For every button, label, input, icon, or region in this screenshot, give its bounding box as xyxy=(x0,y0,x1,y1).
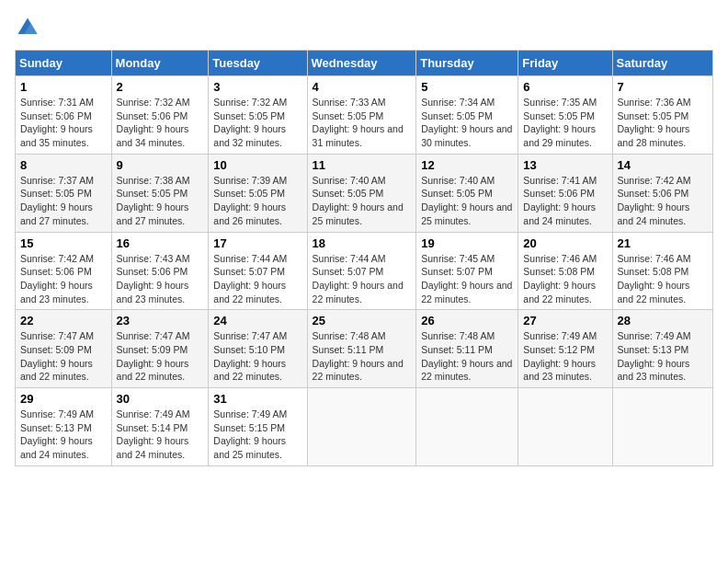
calendar-day-cell: 25 Sunrise: 7:48 AM Sunset: 5:11 PM Dayl… xyxy=(307,310,416,388)
calendar-day-cell: 30 Sunrise: 7:49 AM Sunset: 5:14 PM Dayl… xyxy=(111,388,209,466)
calendar-day-cell: 23 Sunrise: 7:47 AM Sunset: 5:09 PM Dayl… xyxy=(111,310,209,388)
day-info: Sunrise: 7:47 AM Sunset: 5:10 PM Dayligh… xyxy=(213,329,301,384)
day-info: Sunrise: 7:37 AM Sunset: 5:05 PM Dayligh… xyxy=(20,174,107,228)
day-info: Sunrise: 7:47 AM Sunset: 5:09 PM Dayligh… xyxy=(117,329,204,384)
day-number: 17 xyxy=(213,236,301,250)
calendar-day-cell: 3 Sunrise: 7:32 AM Sunset: 5:05 PM Dayli… xyxy=(209,76,307,155)
calendar-day-cell: 1 Sunrise: 7:31 AM Sunset: 5:06 PM Dayli… xyxy=(16,76,112,155)
day-info: Sunrise: 7:31 AM Sunset: 5:06 PM Dayligh… xyxy=(20,96,107,150)
day-number: 21 xyxy=(618,236,708,250)
day-info: Sunrise: 7:44 AM Sunset: 5:07 PM Dayligh… xyxy=(213,252,301,306)
day-info: Sunrise: 7:49 AM Sunset: 5:15 PM Dayligh… xyxy=(213,408,301,462)
day-number: 22 xyxy=(20,314,107,327)
calendar-day-cell: 16 Sunrise: 7:43 AM Sunset: 5:06 PM Dayl… xyxy=(111,232,209,310)
calendar-day-cell: 13 Sunrise: 7:41 AM Sunset: 5:06 PM Dayl… xyxy=(518,154,612,232)
weekday-header: Saturday xyxy=(612,51,712,76)
calendar-day-cell: 8 Sunrise: 7:37 AM Sunset: 5:05 PM Dayli… xyxy=(16,154,112,232)
calendar-table: SundayMondayTuesdayWednesdayThursdayFrid… xyxy=(15,50,713,466)
calendar-day-cell: 2 Sunrise: 7:32 AM Sunset: 5:06 PM Dayli… xyxy=(111,76,209,155)
day-info: Sunrise: 7:49 AM Sunset: 5:13 PM Dayligh… xyxy=(20,408,107,462)
day-number: 20 xyxy=(523,236,607,250)
day-number: 25 xyxy=(313,314,412,327)
logo xyxy=(15,15,44,40)
day-number: 24 xyxy=(213,314,301,327)
day-number: 1 xyxy=(20,80,107,94)
weekday-header: Sunday xyxy=(16,51,112,76)
day-info: Sunrise: 7:32 AM Sunset: 5:05 PM Dayligh… xyxy=(213,96,301,150)
day-number: 28 xyxy=(618,314,708,327)
day-number: 16 xyxy=(117,236,204,250)
calendar-body: 1 Sunrise: 7:31 AM Sunset: 5:06 PM Dayli… xyxy=(16,76,713,466)
calendar-day-cell: 15 Sunrise: 7:42 AM Sunset: 5:06 PM Dayl… xyxy=(16,232,112,310)
day-number: 23 xyxy=(117,314,204,327)
weekday-header: Monday xyxy=(111,51,209,76)
day-info: Sunrise: 7:42 AM Sunset: 5:06 PM Dayligh… xyxy=(20,252,107,306)
calendar-week-row: 22 Sunrise: 7:47 AM Sunset: 5:09 PM Dayl… xyxy=(16,310,713,388)
day-number: 18 xyxy=(313,236,412,250)
weekday-header: Friday xyxy=(518,51,612,76)
header xyxy=(15,15,713,40)
day-number: 11 xyxy=(313,158,412,172)
calendar-day-cell: 14 Sunrise: 7:42 AM Sunset: 5:06 PM Dayl… xyxy=(612,154,712,232)
day-info: Sunrise: 7:46 AM Sunset: 5:08 PM Dayligh… xyxy=(618,252,708,306)
day-info: Sunrise: 7:49 AM Sunset: 5:12 PM Dayligh… xyxy=(523,329,607,384)
day-number: 2 xyxy=(117,80,204,94)
day-info: Sunrise: 7:38 AM Sunset: 5:05 PM Dayligh… xyxy=(117,174,204,228)
day-info: Sunrise: 7:39 AM Sunset: 5:05 PM Dayligh… xyxy=(213,174,301,228)
calendar-day-cell: 18 Sunrise: 7:44 AM Sunset: 5:07 PM Dayl… xyxy=(307,232,416,310)
calendar-day-cell: 11 Sunrise: 7:40 AM Sunset: 5:05 PM Dayl… xyxy=(307,154,416,232)
calendar-day-cell: 12 Sunrise: 7:40 AM Sunset: 5:05 PM Dayl… xyxy=(416,154,518,232)
calendar-day-cell: 24 Sunrise: 7:47 AM Sunset: 5:10 PM Dayl… xyxy=(209,310,307,388)
day-number: 29 xyxy=(20,392,107,406)
day-info: Sunrise: 7:36 AM Sunset: 5:05 PM Dayligh… xyxy=(618,96,708,150)
calendar-week-row: 29 Sunrise: 7:49 AM Sunset: 5:13 PM Dayl… xyxy=(16,388,713,466)
day-info: Sunrise: 7:43 AM Sunset: 5:06 PM Dayligh… xyxy=(117,252,204,306)
calendar-day-cell xyxy=(518,388,612,466)
calendar-day-cell: 10 Sunrise: 7:39 AM Sunset: 5:05 PM Dayl… xyxy=(209,154,307,232)
calendar-week-row: 1 Sunrise: 7:31 AM Sunset: 5:06 PM Dayli… xyxy=(16,76,713,155)
day-number: 15 xyxy=(20,236,107,250)
calendar-day-cell: 26 Sunrise: 7:48 AM Sunset: 5:11 PM Dayl… xyxy=(416,310,518,388)
calendar-day-cell: 31 Sunrise: 7:49 AM Sunset: 5:15 PM Dayl… xyxy=(209,388,307,466)
day-number: 6 xyxy=(523,80,607,94)
day-info: Sunrise: 7:48 AM Sunset: 5:11 PM Dayligh… xyxy=(313,329,412,384)
calendar-day-cell: 9 Sunrise: 7:38 AM Sunset: 5:05 PM Dayli… xyxy=(111,154,209,232)
day-info: Sunrise: 7:49 AM Sunset: 5:14 PM Dayligh… xyxy=(117,408,204,462)
calendar-week-row: 8 Sunrise: 7:37 AM Sunset: 5:05 PM Dayli… xyxy=(16,154,713,232)
day-info: Sunrise: 7:35 AM Sunset: 5:05 PM Dayligh… xyxy=(523,96,607,150)
calendar-day-cell: 20 Sunrise: 7:46 AM Sunset: 5:08 PM Dayl… xyxy=(518,232,612,310)
day-number: 30 xyxy=(117,392,204,406)
calendar-day-cell xyxy=(416,388,518,466)
calendar-day-cell: 7 Sunrise: 7:36 AM Sunset: 5:05 PM Dayli… xyxy=(612,76,712,155)
day-info: Sunrise: 7:48 AM Sunset: 5:11 PM Dayligh… xyxy=(421,329,513,384)
calendar-day-cell: 5 Sunrise: 7:34 AM Sunset: 5:05 PM Dayli… xyxy=(416,76,518,155)
day-number: 9 xyxy=(117,158,204,172)
day-info: Sunrise: 7:44 AM Sunset: 5:07 PM Dayligh… xyxy=(313,252,412,306)
day-number: 8 xyxy=(20,158,107,172)
day-info: Sunrise: 7:46 AM Sunset: 5:08 PM Dayligh… xyxy=(523,252,607,306)
day-number: 19 xyxy=(421,236,513,250)
day-info: Sunrise: 7:49 AM Sunset: 5:13 PM Dayligh… xyxy=(618,329,708,384)
day-info: Sunrise: 7:45 AM Sunset: 5:07 PM Dayligh… xyxy=(421,252,513,306)
calendar-day-cell xyxy=(307,388,416,466)
calendar-day-cell: 21 Sunrise: 7:46 AM Sunset: 5:08 PM Dayl… xyxy=(612,232,712,310)
day-number: 4 xyxy=(313,80,412,94)
day-info: Sunrise: 7:42 AM Sunset: 5:06 PM Dayligh… xyxy=(618,174,708,228)
calendar-day-cell xyxy=(612,388,712,466)
day-number: 27 xyxy=(523,314,607,327)
calendar-day-cell: 6 Sunrise: 7:35 AM Sunset: 5:05 PM Dayli… xyxy=(518,76,612,155)
day-number: 10 xyxy=(213,158,301,172)
calendar-day-cell: 29 Sunrise: 7:49 AM Sunset: 5:13 PM Dayl… xyxy=(16,388,112,466)
day-number: 31 xyxy=(213,392,301,406)
day-info: Sunrise: 7:41 AM Sunset: 5:06 PM Dayligh… xyxy=(523,174,607,228)
calendar-day-cell: 17 Sunrise: 7:44 AM Sunset: 5:07 PM Dayl… xyxy=(209,232,307,310)
weekday-header: Tuesday xyxy=(209,51,307,76)
day-number: 3 xyxy=(213,80,301,94)
calendar-day-cell: 19 Sunrise: 7:45 AM Sunset: 5:07 PM Dayl… xyxy=(416,232,518,310)
calendar-day-cell: 22 Sunrise: 7:47 AM Sunset: 5:09 PM Dayl… xyxy=(16,310,112,388)
day-info: Sunrise: 7:34 AM Sunset: 5:05 PM Dayligh… xyxy=(421,96,513,150)
day-info: Sunrise: 7:40 AM Sunset: 5:05 PM Dayligh… xyxy=(421,174,513,228)
day-number: 13 xyxy=(523,158,607,172)
calendar-week-row: 15 Sunrise: 7:42 AM Sunset: 5:06 PM Dayl… xyxy=(16,232,713,310)
logo-icon xyxy=(15,15,40,40)
